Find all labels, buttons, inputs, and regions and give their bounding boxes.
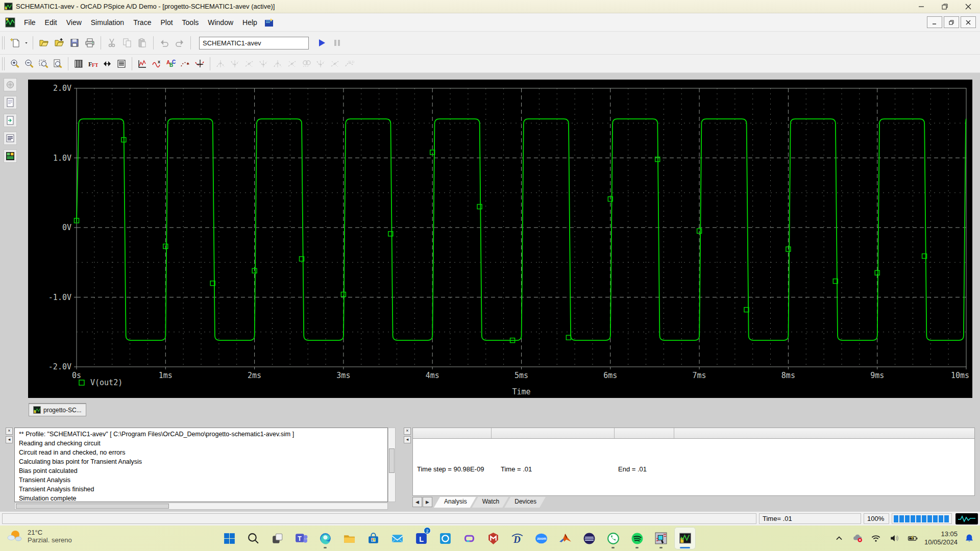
plot-canvas[interactable]: 0s1ms2ms3ms4ms5ms6ms7ms8ms9ms10ms2.0V1.0… [28, 80, 972, 398]
simulation-settings-icon[interactable] [4, 149, 17, 163]
taskbar-whatsapp-icon[interactable] [602, 527, 624, 549]
append-file-button[interactable] [52, 35, 67, 51]
performance-analysis-button[interactable] [100, 57, 114, 70]
mdi-restore-button[interactable] [944, 16, 959, 28]
cursor-slope-button[interactable] [242, 57, 256, 70]
cursor-max-button[interactable] [271, 57, 285, 70]
cursor-trough-button[interactable] [228, 57, 242, 70]
menu-file[interactable]: File [19, 15, 40, 30]
notification-bell-icon[interactable] [963, 532, 976, 545]
paste-button[interactable] [135, 35, 150, 51]
analysis-panel-collapse-icon[interactable]: ◂ [404, 436, 411, 443]
mdi-minimize-button[interactable] [927, 16, 942, 28]
volume-icon[interactable] [888, 532, 901, 545]
simulation-status-icon[interactable] [4, 96, 17, 109]
document-tab[interactable]: progetto-SC... [29, 403, 86, 416]
simulation-output-log[interactable]: ** Profile: "SCHEMATIC1-avev" [ C:\Progr… [14, 428, 388, 502]
taskbar-matlab-icon[interactable] [554, 527, 576, 549]
taskbar-teams-icon[interactable]: T [290, 527, 312, 549]
taskbar-eclipse-icon[interactable] [578, 527, 600, 549]
onedrive-error-icon[interactable] [851, 532, 864, 545]
output-panel-collapse-icon[interactable]: ◂ [6, 436, 13, 443]
taskbar-mcafee-icon[interactable] [482, 527, 504, 549]
fft-button[interactable]: FFT [86, 57, 100, 70]
cursor-min-button[interactable] [256, 57, 271, 70]
menu-simulation[interactable]: Simulation [86, 15, 129, 30]
add-text-label-button[interactable]: ABC [164, 57, 178, 70]
taskbar-pspice-icon[interactable] [674, 527, 696, 549]
add-trace-button[interactable] [135, 57, 150, 70]
taskbar-loop-icon[interactable] [458, 527, 480, 549]
new-document-button[interactable] [8, 35, 23, 51]
taskbar-start-icon[interactable] [218, 527, 240, 549]
minimize-button[interactable] [910, 0, 933, 13]
toggle-cursor-button[interactable] [192, 57, 207, 70]
taskbar-mail-icon[interactable] [386, 527, 408, 549]
cursor-search-button[interactable] [299, 57, 313, 70]
weather-widget[interactable]: 21°C Parzial. sereno [6, 528, 72, 545]
zoom-area-button[interactable] [36, 57, 51, 70]
evaluate-measurement-button[interactable]: x [150, 57, 164, 70]
output-horizontal-scrollbar[interactable] [14, 503, 388, 510]
plot-axis-settings-button[interactable] [71, 57, 86, 70]
menu-edit[interactable]: Edit [40, 15, 62, 30]
scrollbar-thumb[interactable] [389, 448, 395, 473]
toolbar-grip[interactable] [2, 36, 5, 49]
simulation-profile-combobox[interactable] [199, 37, 309, 49]
tab-analysis[interactable]: Analysis [434, 497, 476, 508]
zoom-fit-button[interactable] [51, 57, 65, 70]
analysis-panel-close-icon[interactable]: × [404, 428, 411, 435]
toolbar-grip[interactable] [2, 57, 5, 70]
taskbar-disney-plus-icon[interactable]: D [506, 527, 528, 549]
tab-scroll-left-icon[interactable]: ◀ [412, 497, 422, 507]
taskbar-task-view-icon[interactable] [266, 527, 288, 549]
analysis-column-header[interactable] [413, 428, 492, 438]
menu-window[interactable]: Window [203, 15, 238, 30]
analysis-column-header[interactable] [615, 428, 674, 438]
run-simulation-button[interactable] [314, 35, 329, 51]
taskbar-edge-icon[interactable] [314, 527, 336, 549]
menu-plot[interactable]: Plot [156, 15, 177, 30]
zoom-in-button[interactable] [8, 57, 22, 70]
mark-data-points-button[interactable] [178, 57, 192, 70]
menu-view[interactable]: View [62, 15, 86, 30]
undo-button[interactable] [157, 35, 172, 51]
scrollbar-thumb[interactable] [16, 504, 169, 509]
tab-watch[interactable]: Watch [472, 497, 509, 508]
taskbar-search-icon[interactable] [242, 527, 264, 549]
open-file-button[interactable] [36, 35, 52, 51]
taskbar-zoom-app-icon[interactable]: zoom [530, 527, 552, 549]
goal-function-eval-button[interactable] [313, 57, 328, 70]
analysis-column-header[interactable] [674, 428, 974, 438]
tab-scroll-right-icon[interactable]: ▶ [423, 497, 432, 507]
capture-link-icon[interactable] [264, 17, 274, 28]
print-button[interactable] [82, 35, 97, 51]
output-panel-close-icon[interactable]: × [6, 428, 13, 435]
analysis-column-header[interactable] [492, 428, 615, 438]
cursor-peak-button[interactable] [213, 57, 228, 70]
tab-devices[interactable]: Devices [504, 497, 546, 508]
taskbar-spotify-icon[interactable] [626, 527, 648, 549]
circuit-file-icon[interactable] [4, 78, 17, 91]
taskbar-file-explorer-icon[interactable] [338, 527, 360, 549]
save-file-button[interactable] [67, 35, 82, 51]
battery-charging-icon[interactable] [906, 532, 919, 545]
taskbar-alexa-icon[interactable] [434, 527, 456, 549]
redo-button[interactable] [172, 35, 187, 51]
mark-point-label-button[interactable]: (0,1) [342, 57, 356, 70]
cut-button[interactable] [104, 35, 119, 51]
output-vertical-scrollbar[interactable] [388, 428, 396, 502]
plot-legend[interactable]: V(out2) [79, 378, 122, 387]
copy-button[interactable] [119, 35, 135, 51]
menu-tools[interactable]: Tools [178, 15, 204, 30]
taskbar-clock[interactable]: 13:05 10/05/2024 [924, 530, 958, 546]
cursor-point-button[interactable] [285, 57, 299, 70]
new-dropdown-button[interactable] [23, 35, 30, 51]
view-simulation-output-button[interactable] [114, 57, 129, 70]
pause-simulation-button[interactable] [329, 35, 345, 51]
menu-trace[interactable]: Trace [129, 15, 156, 30]
close-button[interactable] [957, 0, 980, 13]
simulation-queue-icon[interactable] [4, 132, 17, 145]
label-point-button[interactable] [328, 57, 342, 70]
wifi-icon[interactable] [869, 532, 883, 545]
